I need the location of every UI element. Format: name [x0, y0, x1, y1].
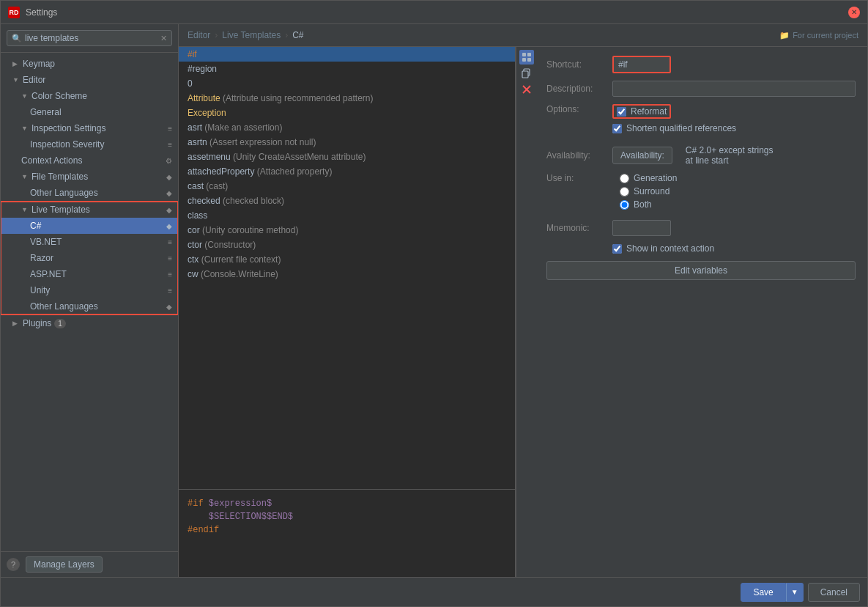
search-icon: 🔍 — [12, 34, 22, 43]
generation-label: Generation — [634, 173, 677, 183]
template-item-checked[interactable]: checked (checked block) — [179, 194, 515, 208]
template-item-attribute[interactable]: Attribute (Attribute using recommended p… — [179, 91, 515, 106]
settings-icon: ⚙ — [166, 157, 172, 165]
help-button[interactable]: ? — [7, 558, 20, 571]
breadcrumb-live-templates: Live Templates — [222, 30, 281, 40]
app-icon: RD — [8, 7, 20, 18]
reformat-checkbox[interactable] — [617, 107, 626, 117]
shorten-row: Shorten qualified references — [612, 123, 736, 133]
sidebar-item-aspnet[interactable]: ASP.NET ≡ — [1, 266, 178, 282]
sidebar-item-razor[interactable]: Razor ≡ — [1, 250, 178, 266]
sidebar-item-other-languages[interactable]: Other Languages ◆ — [1, 298, 178, 314]
template-item-asrt[interactable]: asrt (Make an assertion) — [179, 120, 515, 135]
availability-content: Availability: C# 2.0+ except stringsat l… — [612, 145, 774, 166]
project-link[interactable]: 📁 For current project — [779, 31, 858, 40]
shorten-label: Shorten qualified references — [626, 123, 736, 133]
template-item-ctx[interactable]: ctx (Current file context) — [179, 252, 515, 267]
delete-template-button[interactable] — [519, 82, 534, 97]
template-item-cw[interactable]: cw (Console.WriteLine) — [179, 267, 515, 282]
template-item-zero[interactable]: 0 — [179, 76, 515, 91]
sidebar-item-unity[interactable]: Unity ≡ — [1, 282, 178, 298]
shorten-checkbox[interactable] — [612, 124, 622, 133]
sidebar-item-file-templates[interactable]: ▼ File Templates ◆ — [1, 169, 178, 185]
description-label: Description: — [546, 84, 612, 94]
sidebar-item-inspection-severity[interactable]: Inspection Severity ≡ — [1, 136, 178, 152]
template-item-ctor[interactable]: ctor (Constructor) — [179, 238, 515, 252]
show-context-row: Show in context action — [546, 243, 856, 254]
template-item-if[interactable]: #if — [179, 47, 515, 62]
title-bar: RD Settings ✕ — [1, 1, 867, 24]
cancel-button[interactable]: Cancel — [808, 583, 860, 602]
save-dropdown-button[interactable]: ▼ — [786, 583, 804, 602]
description-input[interactable] — [612, 81, 856, 97]
template-item-assetmenu[interactable]: assetmenu (Unity CreateAssetMenu attribu… — [179, 150, 515, 164]
surround-row: Surround — [620, 186, 677, 196]
diamond-icon: ◆ — [166, 173, 172, 181]
sidebar-item-general[interactable]: General — [1, 104, 178, 120]
both-radio[interactable] — [620, 200, 629, 210]
reformat-row: Reformat — [612, 104, 736, 119]
use-in-label: Use in: — [546, 173, 612, 183]
sidebar-nav: ▶ Keymap ▼ Editor ▼ Color Scheme General… — [1, 53, 178, 551]
sidebar: 🔍 ✕ ▶ Keymap ▼ Editor ▼ Color Scheme — [1, 24, 179, 577]
sidebar-item-live-templates[interactable]: ▼ Live Templates ◆ — [1, 202, 178, 218]
window-controls: ✕ — [848, 7, 860, 18]
search-box: 🔍 ✕ — [1, 24, 178, 53]
search-input[interactable] — [25, 33, 160, 43]
availability-row: Availability: Availability: C# 2.0+ exce… — [546, 145, 856, 166]
preview-line-1: #if $expression$ — [188, 497, 506, 510]
arrow-icon: ▼ — [21, 92, 29, 100]
template-item-class[interactable]: class — [179, 208, 515, 223]
sidebar-item-editor[interactable]: ▼ Editor — [1, 72, 178, 88]
template-item-region[interactable]: #region — [179, 62, 515, 76]
template-preview: #if $expression$ $SELECTION$$END$ #endif — [179, 489, 515, 577]
add-template-button[interactable] — [519, 50, 534, 65]
diamond-icon: ◆ — [166, 189, 172, 197]
save-btn-group: Save ▼ — [741, 583, 803, 602]
sep1: › — [215, 30, 218, 40]
settings-icon: ≡ — [168, 254, 172, 262]
close-button[interactable]: ✕ — [848, 7, 860, 18]
template-list[interactable]: #if #region 0 Attribute (Attribute using… — [179, 47, 515, 489]
availability-label: Availability: — [546, 150, 612, 161]
template-item-asrtn[interactable]: asrtn (Assert expression not null) — [179, 135, 515, 150]
show-context-checkbox[interactable] — [612, 244, 622, 254]
template-item-cast[interactable]: cast (cast) — [179, 179, 515, 194]
list-toolbar — [516, 47, 535, 577]
template-item-cor[interactable]: cor (Unity coroutine method) — [179, 223, 515, 238]
arrow-icon: ▼ — [21, 173, 29, 180]
window-title: Settings — [26, 7, 57, 18]
main-content: 🔍 ✕ ▶ Keymap ▼ Editor ▼ Color Scheme — [1, 24, 867, 577]
description-row: Description: — [546, 81, 856, 97]
sidebar-item-keymap[interactable]: ▶ Keymap — [1, 56, 178, 72]
sidebar-item-color-scheme[interactable]: ▼ Color Scheme — [1, 88, 178, 104]
sidebar-item-csharp[interactable]: C# ◆ — [1, 218, 178, 234]
sidebar-item-inspection-settings[interactable]: ▼ Inspection Settings ≡ — [1, 120, 178, 136]
sep2: › — [285, 30, 288, 40]
sidebar-item-vbnet[interactable]: VB.NET ≡ — [1, 234, 178, 250]
settings-icon: ≡ — [168, 125, 172, 133]
sidebar-item-other-languages-ft[interactable]: Other Languages ◆ — [1, 185, 178, 201]
reformat-label: Reformat — [631, 106, 667, 117]
both-label: Both — [634, 199, 652, 210]
manage-layers-button[interactable]: Manage Layers — [26, 556, 103, 573]
copy-template-button[interactable] — [519, 66, 534, 81]
surround-radio[interactable] — [620, 187, 629, 196]
shortcut-value — [612, 56, 856, 73]
edit-variables-button[interactable]: Edit variables — [546, 261, 856, 280]
availability-button[interactable]: Availability: — [612, 147, 672, 164]
breadcrumb-csharp: C# — [292, 30, 303, 40]
save-button[interactable]: Save — [741, 583, 785, 602]
svg-rect-5 — [522, 71, 528, 78]
template-item-attachedproperty[interactable]: attachedProperty (Attached property) — [179, 164, 515, 179]
right-panel: Editor › Live Templates › C# 📁 For curre… — [179, 24, 867, 577]
sidebar-item-context-actions[interactable]: Context Actions ⚙ — [1, 152, 178, 169]
shortcut-input[interactable] — [612, 56, 671, 73]
sidebar-item-plugins[interactable]: ▶ Plugins 1 — [1, 315, 178, 331]
generation-radio[interactable] — [620, 174, 629, 183]
shortcut-row: Shortcut: — [546, 56, 856, 73]
options-checks: Reformat Shorten qualified references — [612, 104, 736, 138]
mnemonic-input[interactable] — [612, 220, 671, 236]
template-item-exception[interactable]: Exception — [179, 106, 515, 120]
clear-icon[interactable]: ✕ — [160, 34, 167, 43]
